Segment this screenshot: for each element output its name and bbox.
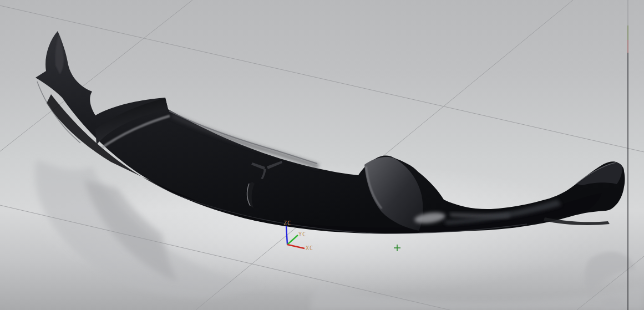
right-winglet-shading — [577, 162, 622, 185]
wcs-label-yc: YC — [298, 231, 306, 237]
origin-plus-marker[interactable] — [394, 245, 400, 251]
wcs-axis-y — [287, 235, 298, 245]
wcs-label-zc: ZC — [283, 220, 291, 226]
scene-svg: ZC YC XC — [0, 0, 644, 310]
wcs-axis-z — [286, 226, 287, 245]
wcs-label-xc: XC — [306, 245, 313, 251]
graphics-window[interactable]: ZC YC XC — [0, 0, 644, 310]
wcs-axis-x — [287, 245, 305, 248]
